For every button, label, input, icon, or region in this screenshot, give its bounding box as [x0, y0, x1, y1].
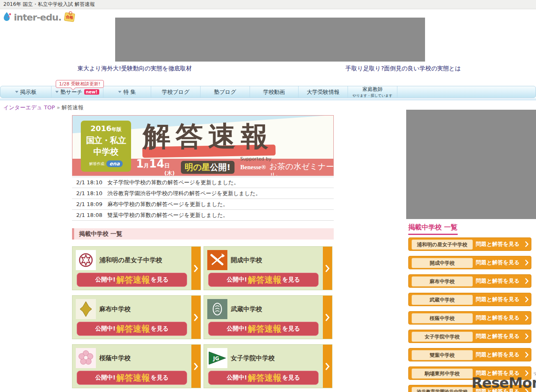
banner-open-highlight: 明の星公開!	[181, 161, 234, 174]
sidebar-ad-banner[interactable]	[406, 110, 536, 219]
view-answers-button[interactable]: 公開中!解答速報を見る	[77, 273, 187, 287]
top-ad-banner[interactable]	[115, 18, 425, 62]
school-card-kaisei: 開成中学校 公開中!解答速報を見る	[204, 246, 332, 290]
banner-title: 解答速報	[143, 120, 273, 153]
svg-text:JG: JG	[213, 356, 219, 361]
chevron-right-icon	[194, 314, 198, 321]
school-card-urawa: 浦和明の星女子中学校 公開中!解答速報を見る	[72, 246, 201, 290]
ad-caption-right-link[interactable]: 手取り足取り?面倒見の良い学校の実態とは	[345, 65, 461, 72]
breadcrumb-separator: »	[57, 104, 60, 111]
dropdown-arrow-icon	[118, 91, 121, 93]
consultation-update-bubble: 1/28 受験相談更新!	[56, 80, 104, 88]
jg-pennant-icon: JG	[207, 348, 227, 368]
ad-caption-left-link[interactable]: 東大より海外大!受験動向の実態を徹底取材	[77, 65, 192, 72]
view-answers-button[interactable]: 公開中!解答速報を見る	[208, 273, 319, 287]
news-row: 2/1 18:10女子学院中学校の算数の解答ページを更新しました。	[72, 177, 334, 188]
view-answers-button[interactable]: 公開中!解答速報を見る	[208, 371, 319, 385]
card-chevron[interactable]	[191, 247, 201, 290]
sidebar-school-item-urawa[interactable]: 浦和明の星女子中学校 問題と解答を見る	[408, 237, 531, 251]
banner-year-box: 2016年版 国立・私立 中学校 解答作成: ena	[81, 121, 131, 172]
sidebar-section-header: 掲載中学校 一覧	[408, 223, 458, 235]
site-logo[interactable]: inter-edu. 合格	[3, 11, 75, 23]
card-chevron[interactable]	[191, 296, 201, 339]
nav-bottom-strip	[0, 98, 536, 101]
benesse-logo: Benesse®	[240, 164, 266, 171]
banner-sponsors: Supported by Benesse® お茶の水ゼミナール	[240, 155, 334, 176]
chevron-right-icon	[525, 315, 528, 321]
ena-logo: ena	[106, 160, 123, 167]
chevron-right-icon	[194, 363, 198, 370]
news-row: 2/1 18:09麻布中学校の算数の解答ページを更新しました。	[72, 199, 334, 210]
school-card-azabu: 麻布中学校 公開中!解答速報を見る	[72, 295, 201, 339]
chevron-right-icon	[525, 241, 528, 247]
azabu-emblem-icon	[76, 299, 96, 319]
school-card-musashi: 武蔵中学校 公開中!解答速報を見る	[204, 295, 332, 339]
card-chevron[interactable]	[323, 247, 332, 290]
nav-item-univ-exam-info[interactable]: 大学受験情報	[299, 86, 348, 98]
banner-date: 1月14日(木)	[136, 157, 177, 176]
nav-item-tutor[interactable]: 家庭教師 やります・探しています	[348, 86, 397, 98]
chevron-right-icon	[525, 297, 528, 302]
breadcrumb-current: 解答速報	[62, 104, 83, 111]
chevron-right-icon	[525, 260, 528, 266]
oin-emblem-icon	[76, 348, 96, 368]
logo-text: inter-edu.	[14, 12, 61, 23]
school-card-jg: JG 女子学院中学校 公開中!解答速報を見る	[204, 344, 332, 388]
page-title: 2016年 国立・私立中学校入試 解答速報	[0, 0, 536, 9]
breadcrumb-home-link[interactable]: インターエデュ TOP	[3, 104, 55, 111]
card-chevron[interactable]	[323, 345, 332, 388]
sidebar-school-item-jg[interactable]: 女子学院中学校 問題と解答を見る	[408, 330, 531, 343]
breadcrumb: インターエデュ TOP » 解答速報	[3, 104, 83, 111]
hero-banner: 解答速報 1月14日(木) 明の星公開! Supported by Beness…	[72, 115, 334, 176]
dropdown-arrow-icon	[55, 91, 59, 93]
resemom-watermark: リセマム ReseMom.	[472, 372, 536, 390]
logo-drop-icon	[3, 11, 13, 23]
chevron-right-icon	[325, 363, 330, 370]
card-chevron[interactable]	[191, 345, 201, 388]
musashi-emblem-icon	[207, 299, 227, 319]
sidebar-school-item-futaba[interactable]: 雙葉中学校 問題と解答を見る	[408, 348, 531, 361]
new-badge: new!	[84, 89, 99, 95]
school-list-section-header: 掲載中学校 一覧	[72, 228, 334, 240]
page: 2016年 国立・私立中学校入試 解答速報 inter-edu. 合格 東大より…	[0, 0, 536, 392]
chevron-right-icon	[525, 333, 528, 339]
ochanomizu-logo: お茶の水ゼミナール	[269, 162, 334, 176]
sidebar-school-item-azabu[interactable]: 麻布中学校 問題と解答を見る	[408, 274, 531, 288]
urawa-akenohoshi-emblem-icon	[76, 250, 96, 270]
view-answers-button[interactable]: 公開中!解答速報を見る	[77, 371, 187, 385]
view-answers-button[interactable]: 公開中!解答速報を見る	[77, 322, 187, 336]
sidebar-school-item-kaisei[interactable]: 開成中学校 問題と解答を見る	[408, 256, 531, 269]
kaisei-emblem-icon	[207, 250, 227, 270]
nav-item-feature[interactable]: 特 集	[103, 86, 151, 98]
update-news-list: 2/1 18:10女子学院中学校の算数の解答ページを更新しました。 2/1 18…	[72, 177, 334, 221]
pass-charm-icon: 合格	[64, 12, 75, 22]
sidebar-school-item-oin[interactable]: 桜蔭中学校 問題と解答を見る	[408, 311, 531, 325]
card-chevron[interactable]	[323, 296, 332, 339]
nav-item-juku-search[interactable]: 塾サーチ new!	[52, 86, 103, 98]
nav-item-school-blog[interactable]: 学校ブログ	[151, 86, 201, 98]
answer-by-label: 解答作成:	[89, 161, 106, 167]
nav-item-bbs[interactable]: 掲示板	[0, 86, 52, 98]
news-row: 2/1 18:10渋谷教育学園渋谷中学校の理科の解答ページを更新しました。	[72, 188, 334, 199]
news-row: 2/1 18:08雙葉中学校の算数の解答ページを更新しました。	[72, 210, 334, 221]
view-answers-button[interactable]: 公開中!解答速報を見る	[208, 322, 319, 336]
chevron-right-icon	[194, 265, 198, 272]
sidebar-school-item-musashi[interactable]: 武蔵中学校 問題と解答を見る	[408, 293, 531, 306]
chevron-right-icon	[325, 265, 330, 272]
nav-item-juku-blog[interactable]: 塾ブログ	[201, 86, 250, 98]
chevron-right-icon	[525, 352, 528, 358]
chevron-right-icon	[525, 278, 528, 284]
nav-item-school-video[interactable]: 学校動画	[250, 86, 299, 98]
supported-by-label: Supported by	[240, 156, 271, 162]
school-card-oin: 桜蔭中学校 公開中!解答速報を見る	[72, 344, 201, 388]
dropdown-arrow-icon	[15, 91, 18, 93]
chevron-right-icon	[325, 314, 330, 321]
